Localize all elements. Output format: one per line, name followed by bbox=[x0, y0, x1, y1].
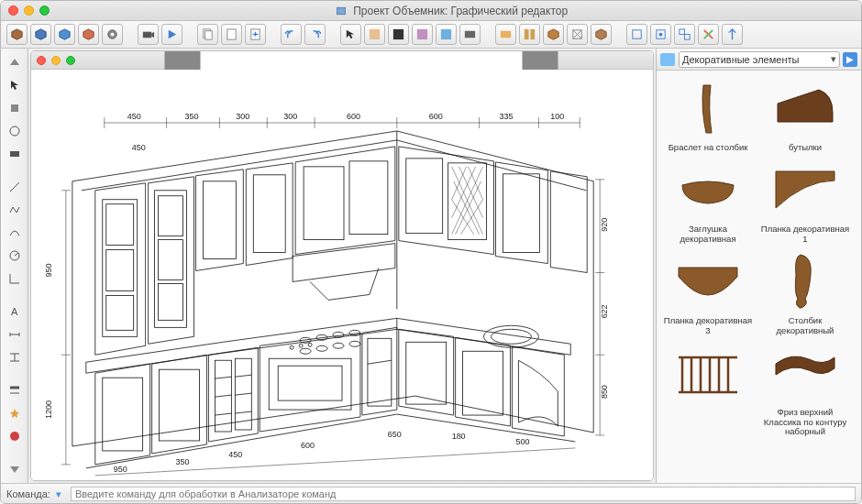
dim-right-0: 920 bbox=[600, 218, 609, 232]
minimize-button[interactable] bbox=[24, 5, 34, 16]
tool-rect[interactable] bbox=[5, 144, 25, 164]
dim-bot-3: 600 bbox=[301, 441, 315, 450]
align-4-button[interactable] bbox=[698, 24, 719, 45]
svg-rect-20 bbox=[525, 29, 529, 39]
tool-circle[interactable] bbox=[5, 121, 25, 141]
dim-top-0: 450 bbox=[127, 112, 141, 121]
lib-thumb bbox=[768, 158, 842, 222]
tool-dimension[interactable] bbox=[5, 324, 25, 345]
select-button[interactable] bbox=[340, 24, 361, 45]
drawing-canvas[interactable]: 450 350 300 300 600 600 335 100 450 950 bbox=[31, 70, 653, 480]
lib-item-column[interactable]: Столбик декоративный bbox=[757, 247, 853, 337]
svg-rect-65 bbox=[103, 378, 143, 451]
svg-rect-14 bbox=[370, 29, 380, 39]
redo-button[interactable] bbox=[304, 24, 326, 45]
align-5-button[interactable] bbox=[722, 24, 743, 45]
shape-4-button[interactable] bbox=[567, 24, 588, 45]
align-3-button[interactable] bbox=[674, 24, 695, 45]
svg-rect-7 bbox=[143, 32, 151, 38]
lib-item-bracelet[interactable]: Браслет на столбик bbox=[660, 74, 756, 154]
align-2-button[interactable] bbox=[650, 24, 671, 45]
align-1-button[interactable] bbox=[626, 24, 647, 45]
svg-rect-33 bbox=[10, 151, 19, 157]
dim-left-1: 1200 bbox=[44, 400, 53, 419]
material-4-button[interactable] bbox=[436, 24, 457, 45]
tool-thickness[interactable] bbox=[5, 380, 25, 400]
svg-point-59 bbox=[333, 332, 344, 337]
svg-rect-15 bbox=[393, 29, 403, 39]
settings-button[interactable] bbox=[102, 24, 123, 45]
document-window: Чертеж '/Users/yuriy/Documents/Mebel/Про… bbox=[30, 50, 654, 481]
lib-item-plug[interactable]: Заглушка декоративная bbox=[660, 156, 756, 246]
svg-rect-11 bbox=[205, 31, 213, 39]
shape-3-button[interactable] bbox=[543, 24, 564, 45]
tool-text-a[interactable]: A bbox=[5, 301, 25, 322]
dim-bot-6: 500 bbox=[515, 437, 529, 446]
lib-thumb bbox=[671, 443, 745, 484]
close-button[interactable] bbox=[8, 5, 18, 16]
lib-item-bottles[interactable]: бутылки bbox=[757, 74, 853, 154]
svg-marker-22 bbox=[548, 29, 558, 39]
scroll-up-button[interactable] bbox=[5, 52, 25, 72]
svg-point-62 bbox=[316, 345, 327, 351]
maximize-button[interactable] bbox=[39, 5, 50, 16]
lib-thumb bbox=[671, 249, 745, 313]
camera-button[interactable] bbox=[138, 24, 159, 45]
app-window: Проект Объемник: Графический редактор bbox=[0, 0, 862, 504]
tool-star[interactable] bbox=[5, 403, 25, 423]
material-2-button[interactable] bbox=[388, 24, 409, 45]
svg-rect-16 bbox=[417, 29, 427, 39]
svg-marker-4 bbox=[83, 29, 94, 39]
tool-arc[interactable] bbox=[5, 223, 25, 243]
tool-color[interactable] bbox=[5, 426, 25, 446]
titlebar: Проект Объемник: Графический редактор bbox=[1, 1, 861, 21]
doc-close-button[interactable] bbox=[37, 56, 46, 65]
svg-text:A: A bbox=[11, 306, 18, 317]
tool-angle[interactable] bbox=[5, 268, 25, 289]
dropdown-icon[interactable]: ▾ bbox=[56, 488, 67, 499]
shape-2-button[interactable] bbox=[519, 24, 540, 45]
undo-button[interactable] bbox=[281, 24, 302, 45]
command-input[interactable] bbox=[71, 487, 856, 501]
tool-hand[interactable] bbox=[5, 98, 25, 118]
folder-icon bbox=[660, 53, 675, 66]
view-3d-1-button[interactable] bbox=[6, 24, 28, 45]
scroll-down-button[interactable] bbox=[5, 459, 25, 479]
tool-radius[interactable] bbox=[5, 246, 25, 266]
export-button[interactable] bbox=[245, 24, 266, 45]
tool-dimension-2[interactable] bbox=[5, 347, 25, 367]
dim-bot-5: 180 bbox=[452, 432, 466, 441]
svg-point-73 bbox=[308, 343, 312, 346]
material-3-button[interactable] bbox=[412, 24, 433, 45]
view-3d-4-button[interactable] bbox=[78, 24, 99, 45]
lib-item-frieze[interactable]: Фриз верхний Классика по контуру наборны… bbox=[757, 339, 853, 438]
tool-line[interactable] bbox=[5, 177, 25, 197]
svg-rect-21 bbox=[530, 29, 535, 39]
document-button[interactable] bbox=[221, 24, 242, 45]
material-5-button[interactable] bbox=[459, 24, 481, 45]
library-next-button[interactable]: ▶ bbox=[843, 52, 857, 67]
material-1-button[interactable] bbox=[364, 24, 385, 45]
tool-polyline[interactable] bbox=[5, 200, 25, 220]
library-category-select[interactable]: Декоративные элементы ▾ bbox=[679, 51, 840, 68]
lib-item-shelf[interactable]: Тарелочница bbox=[660, 441, 756, 484]
copy-button[interactable] bbox=[197, 24, 218, 45]
view-3d-3-button[interactable] bbox=[54, 24, 75, 45]
play-button[interactable] bbox=[161, 24, 182, 45]
view-3d-2-button[interactable] bbox=[30, 24, 51, 45]
doc-maximize-button[interactable] bbox=[66, 56, 75, 65]
doc-minimize-button[interactable] bbox=[51, 56, 61, 65]
svg-rect-50 bbox=[304, 167, 344, 240]
shape-1-button[interactable] bbox=[495, 24, 516, 45]
svg-rect-0 bbox=[337, 8, 345, 16]
svg-point-27 bbox=[659, 33, 663, 37]
shape-5-button[interactable] bbox=[591, 24, 612, 45]
dim-top-6: 335 bbox=[499, 112, 513, 121]
dim-bot-2: 450 bbox=[228, 450, 242, 459]
lib-item-railing[interactable] bbox=[660, 339, 756, 438]
lib-item-plank3[interactable]: Планка декоративная 3 bbox=[660, 247, 756, 337]
library-header: Декоративные элементы ▾ ▶ bbox=[657, 49, 861, 71]
tool-pointer[interactable] bbox=[5, 75, 25, 95]
svg-point-61 bbox=[300, 348, 311, 354]
lib-item-plank1[interactable]: Планка декоративная 1 bbox=[757, 156, 853, 246]
